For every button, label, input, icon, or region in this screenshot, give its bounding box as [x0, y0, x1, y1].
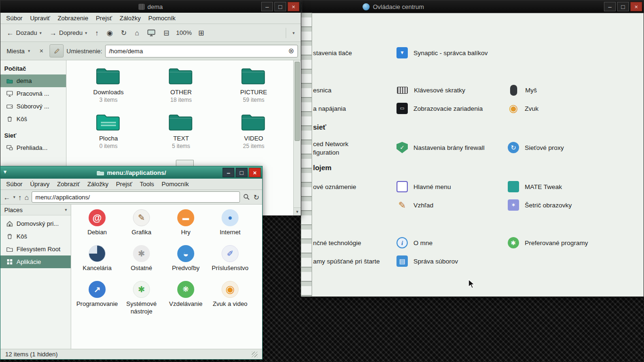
- close-sidebar-button[interactable]: ×: [36, 46, 47, 56]
- sidebar-item-browse-network[interactable]: Prehliada...: [0, 141, 66, 154]
- scrollbar-thumb[interactable]: [295, 62, 300, 141]
- up-icon[interactable]: ↑: [18, 194, 22, 201]
- computer-button[interactable]: [144, 27, 159, 39]
- reload-icon[interactable]: ↻: [253, 194, 259, 201]
- menu-help[interactable]: Pomocník: [158, 179, 193, 190]
- cc-item-notification[interactable]: ové oznámenie: [313, 182, 356, 191]
- app-item-office[interactable]: Kancelária: [75, 245, 119, 281]
- reload-button[interactable]: ↻: [117, 27, 130, 39]
- cc-item-network-config-line1[interactable]: ced Network: [313, 139, 348, 148]
- maximize-button[interactable]: □: [274, 2, 286, 11]
- sidebar-item-desktop[interactable]: Pracovná ...: [0, 87, 66, 100]
- sidebar-item-applications[interactable]: Aplikácie: [0, 255, 71, 268]
- cc-item-displays[interactable]: ▭ Zobrazovacie zariadenia: [396, 102, 483, 115]
- folder-item-other[interactable]: OTHER 18 items: [146, 66, 216, 103]
- stop-button[interactable]: ◉: [103, 27, 116, 39]
- app-item-games[interactable]: ▬Hry: [164, 209, 208, 245]
- maximize-button[interactable]: □: [236, 168, 248, 177]
- dema-titlebar[interactable]: dema – □ ×: [0, 0, 301, 13]
- sidebar-item-home[interactable]: Domovský pri...: [0, 217, 71, 230]
- cc-item-print-settings[interactable]: stavenia tlače: [313, 48, 352, 58]
- forward-button[interactable]: ← Dopredu ▾: [46, 27, 90, 39]
- back-button[interactable]: ← Dozadu ▾: [3, 27, 45, 39]
- forward-dropdown-icon[interactable]: ▾: [85, 31, 87, 35]
- app-item-accessories[interactable]: ✐Príslušenstvo: [208, 245, 252, 281]
- location-input[interactable]: [35, 194, 236, 201]
- cc-item-firewall[interactable]: ✓ Nastavenia brány firewall: [396, 141, 485, 154]
- app-item-graphics[interactable]: ✎Grafika: [119, 209, 164, 245]
- home-button[interactable]: ⌂: [132, 27, 142, 39]
- minimize-button[interactable]: –: [604, 2, 616, 11]
- window-menu-icon[interactable]: ▾: [4, 169, 7, 175]
- folder-item-text[interactable]: TEXT 5 items: [146, 112, 216, 149]
- app-item-debian[interactable]: @Debian: [75, 209, 119, 245]
- location-entry[interactable]: ⊗: [105, 45, 298, 58]
- zoom-out-button[interactable]: ⊟: [160, 27, 173, 39]
- folder-item-picture[interactable]: PICTURE 59 items: [218, 66, 289, 103]
- app-item-other[interactable]: ✱Ostatné: [119, 245, 164, 281]
- cc-item-network-proxy[interactable]: ↻ Sieťové proxy: [508, 141, 564, 154]
- menu-file[interactable]: Súbor: [2, 13, 26, 24]
- home-icon[interactable]: ⌂: [25, 194, 29, 201]
- menu-edit[interactable]: Upraviť: [26, 13, 54, 24]
- cc-item-keyboard-shortcuts[interactable]: Klávesové skratky: [396, 83, 465, 97]
- places-header[interactable]: Places ▾: [0, 205, 71, 215]
- app-item-internet[interactable]: ●Internet: [208, 209, 252, 245]
- cc-item-preferred-apps[interactable]: ✱ Preferované programy: [508, 236, 588, 249]
- menu-bookmarks[interactable]: Záložky: [116, 13, 145, 24]
- app-item-programming[interactable]: ↗Programovanie: [75, 281, 119, 317]
- close-button[interactable]: ×: [249, 168, 261, 177]
- maximize-button[interactable]: □: [617, 2, 629, 11]
- scroll-down-button[interactable]: ▼: [294, 207, 301, 215]
- cc-item-appearance[interactable]: ✎ Vzhľad: [396, 198, 433, 212]
- cascaded-windows-stack[interactable]: [301, 13, 312, 296]
- zoom-in-button[interactable]: ⊞: [195, 27, 208, 39]
- menu-bookmarks[interactable]: Záložky: [83, 179, 112, 190]
- back-dropdown-icon[interactable]: ▾: [40, 31, 42, 35]
- app-item-education[interactable]: ❋Vzdelávanie: [164, 281, 208, 317]
- control-center-window[interactable]: Ovládacie centrum – □ × stavenia tlače e…: [302, 0, 644, 297]
- cc-item-mate-tweak[interactable]: MATE Tweak: [508, 180, 562, 193]
- minimize-button[interactable]: –: [261, 2, 273, 11]
- search-icon[interactable]: [243, 193, 250, 201]
- cc-item-mouse[interactable]: Myš: [508, 83, 537, 97]
- edit-location-button[interactable]: [50, 44, 64, 58]
- cc-item-sound[interactable]: ◉ Zvuk: [508, 102, 538, 115]
- folder-item-downloads[interactable]: Downloads 3 items: [73, 66, 144, 103]
- sidebar-item-filesystem-root[interactable]: Filesystem Root: [0, 243, 71, 255]
- menu-view[interactable]: Zobrazenie: [54, 13, 92, 24]
- applications-grid-area[interactable]: @Debian ✎Grafika ▬Hry ●Internet Kancelár…: [71, 205, 262, 349]
- minimize-button[interactable]: –: [223, 168, 234, 177]
- resize-grip[interactable]: [252, 352, 257, 357]
- menu-edit[interactable]: Úpravy: [26, 179, 53, 190]
- folder-item-plocha[interactable]: Plocha 0 items: [73, 112, 144, 149]
- cc-item-main-menu[interactable]: Hlavné menu: [396, 180, 451, 193]
- menu-go[interactable]: Prejsť: [92, 13, 116, 24]
- back-icon[interactable]: ←: [3, 194, 10, 201]
- menu-file[interactable]: Súbor: [2, 179, 26, 190]
- cc-item-keyboard[interactable]: esnica: [313, 85, 331, 95]
- cc-item-about-me[interactable]: i O mne: [396, 236, 433, 249]
- location-entry[interactable]: [32, 191, 240, 203]
- close-button[interactable]: ×: [288, 2, 299, 11]
- cc-item-file-management[interactable]: ▤ Správa súborov: [396, 255, 458, 268]
- cc-item-network-config-line2[interactable]: figuration: [313, 148, 339, 157]
- chevron-down-icon[interactable]: ▾: [13, 195, 16, 199]
- places-selector-button[interactable]: Miesta ▾: [3, 45, 33, 57]
- app-item-sound-video[interactable]: ◉Zvuk a video: [208, 281, 252, 317]
- cc-item-power[interactable]: a napájania: [313, 104, 346, 113]
- dema-scrollbar[interactable]: ▼: [293, 60, 301, 215]
- cc-item-assistive-tech[interactable]: nčné technológie: [313, 238, 361, 247]
- sidebar-item-trash[interactable]: Kôš: [0, 230, 71, 243]
- menu-go[interactable]: Prejsť: [112, 179, 136, 190]
- up-button[interactable]: ↑: [92, 27, 102, 39]
- menu-view[interactable]: Zobraziť: [53, 179, 83, 190]
- sidebar-item-filesystem[interactable]: Súborový ...: [0, 100, 66, 113]
- app-item-preferences[interactable]: ◒Predvoľby: [164, 245, 208, 281]
- sidebar-item-dema[interactable]: dema: [0, 74, 66, 87]
- clear-location-icon[interactable]: ⊗: [288, 47, 294, 55]
- cc-item-screensaver[interactable]: ✶ Šetrič obrazovky: [508, 198, 572, 212]
- location-input[interactable]: [109, 48, 286, 55]
- menu-tools[interactable]: Tools: [136, 179, 157, 190]
- applications-titlebar[interactable]: ▾ menu://applications/ – □ ×: [0, 166, 262, 179]
